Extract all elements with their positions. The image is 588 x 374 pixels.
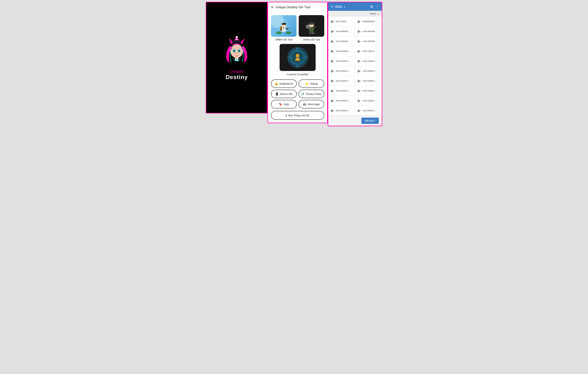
list-item[interactable]: ▶ com.coloros.... [355,96,382,106]
file-name: com.coloros.... [363,80,377,82]
folder-icon: ▶ [358,49,361,53]
screen2-content: Offline Gfx Tool [268,12,327,123]
more-options-icon[interactable]: ⋮ [376,5,379,9]
file-name: bin.mt.plus [336,20,346,23]
list-item[interactable]: ▶ com.coloros.... [328,76,355,86]
notifications-button[interactable]: 🔔 Notifications [271,79,297,88]
folder-icon: ▶ [358,108,361,113]
file-name: com.android.... [336,30,350,33]
select-button[interactable]: SELECT [361,118,379,124]
privacy-policy-label: Privacy Policy [306,93,322,95]
file-name: com.coloros.... [336,99,350,102]
list-item[interactable]: ▶ bubbleshooter... [355,17,382,26]
list-item[interactable]: ▶ com.coloros.... [328,86,355,96]
list-item[interactable]: ▶ com.coloros.... [355,66,382,76]
help-button[interactable]: 🔖 Help [271,100,297,108]
svg-point-12 [236,52,237,53]
file-name: com.coloros.... [336,109,350,112]
list-item[interactable]: ▶ com.coloros.... [328,96,355,106]
offline-gfx-card[interactable]: Offline Gfx Tool [271,15,296,41]
dollar-icon: $ [285,114,287,117]
list-item[interactable]: ▶ com.color.uie.... [355,46,382,56]
header-dropdown-icon[interactable]: ▾ [344,5,345,8]
svg-rect-41 [288,56,292,59]
list-item[interactable]: ▶ com.android.... [355,36,382,46]
folder-icon: ▶ [331,19,334,24]
list-item[interactable]: ▶ com.coloros.... [328,106,355,116]
device-info-icon: 📱 [275,92,279,96]
screen2-title: Unique Destiny Gfx Tool [275,5,310,9]
svg-point-23 [276,31,282,34]
file-name: com.coloros.... [336,70,350,72]
folder-icon: ▶ [358,19,361,24]
svg-rect-44 [296,64,299,67]
brand-destiny: Destiny [226,74,248,81]
rating-label: Rating [310,82,317,85]
list-item[interactable]: ▶ com.android.... [328,36,355,46]
folder-icon: ▶ [358,29,361,34]
folder-icon: ▶ [331,59,334,63]
grid-view-icon[interactable]: ⊞ [370,5,373,9]
svg-rect-22 [287,28,288,29]
more-apps-button[interactable]: 🤖 More Apps [298,100,324,108]
list-item[interactable]: ▶ com.coloros.... [355,56,382,66]
sort-label: Name [370,12,376,15]
device-info-label: Device Info [280,93,293,95]
svg-point-1 [236,36,238,38]
svg-point-10 [234,50,235,51]
svg-rect-20 [280,27,282,31]
more-apps-icon: 🤖 [303,103,306,106]
header-right: ⊞ ⋮ [370,5,379,9]
file-manager-header: ≡ data ▾ ⊞ ⋮ [328,2,382,11]
svg-point-19 [281,23,286,24]
hamburger-icon[interactable]: ≡ [271,5,273,10]
online-gfx-bg [299,15,324,37]
list-item[interactable]: ▶ com.android.... [355,26,382,36]
offline-gfx-bg [271,15,296,37]
folder-icon: ▶ [331,69,334,73]
sort-arrow-icon[interactable]: ∧ [377,12,379,15]
list-item[interactable]: ▶ com.coloros.... [355,86,382,96]
logo-container: Unique Destiny [222,35,251,81]
splash-screen: Unique Destiny [206,2,268,114]
folder-icon: ▶ [331,88,334,93]
file-manager-footer: SELECT [328,116,382,126]
folder-icon: ▶ [331,39,334,43]
privacy-policy-icon: 🛡️ [301,92,305,96]
list-item[interactable]: ▶ com.coloros.... [355,76,382,86]
rating-button[interactable]: ⭐ Rating [298,79,324,88]
svg-rect-27 [309,24,314,25]
sort-bar: Name ∧ [328,11,382,17]
online-gfx-card[interactable]: Online Gfx Tool [299,15,324,41]
svg-rect-43 [296,48,299,51]
file-name: com.coloros.... [363,109,377,112]
file-name: com.color.uie.... [363,50,377,52]
offline-gfx-image [271,15,296,37]
folder-icon: ▶ [358,79,361,83]
file-name: com.android.... [363,40,377,42]
list-item[interactable]: ▶ com.coloros.... [328,66,355,76]
device-info-button[interactable]: 📱 Device Info [271,90,297,98]
svg-point-31 [312,24,313,25]
list-item[interactable]: ▶ com.android.... [328,46,355,56]
folder-icon: ▶ [358,98,361,103]
file-grid: ▶ bin.mt.plus ▶ bubbleshooter... ▶ com.a… [328,17,382,116]
header-folder-name: data [335,4,342,9]
crosshair-image [280,44,316,71]
list-item[interactable]: ▶ com.coloros.... [328,56,355,66]
list-item[interactable]: ▶ com.coloros.... [355,106,382,116]
privacy-policy-button[interactable]: 🛡️ Privacy Policy [298,90,324,98]
notifications-icon: 🔔 [274,82,278,85]
header-menu-icon[interactable]: ≡ [331,4,333,9]
folder-icon: ▶ [331,29,334,34]
rating-icon: ⭐ [305,82,309,85]
list-item[interactable]: ▶ bin.mt.plus [328,17,355,26]
file-name: com.coloros.... [336,60,350,62]
buy-bc-button[interactable]: $ Buy Pubg Lite BC [271,111,324,120]
crosshair-section: Custom Crosshair [271,44,324,76]
crosshair-label: Custom Crosshair [287,73,308,76]
list-item[interactable]: ▶ com.android.... [328,26,355,36]
buy-bc-label: Buy Pubg Lite BC [288,114,310,117]
file-name: com.coloros.... [363,60,377,62]
more-apps-label: More Apps [308,103,320,106]
